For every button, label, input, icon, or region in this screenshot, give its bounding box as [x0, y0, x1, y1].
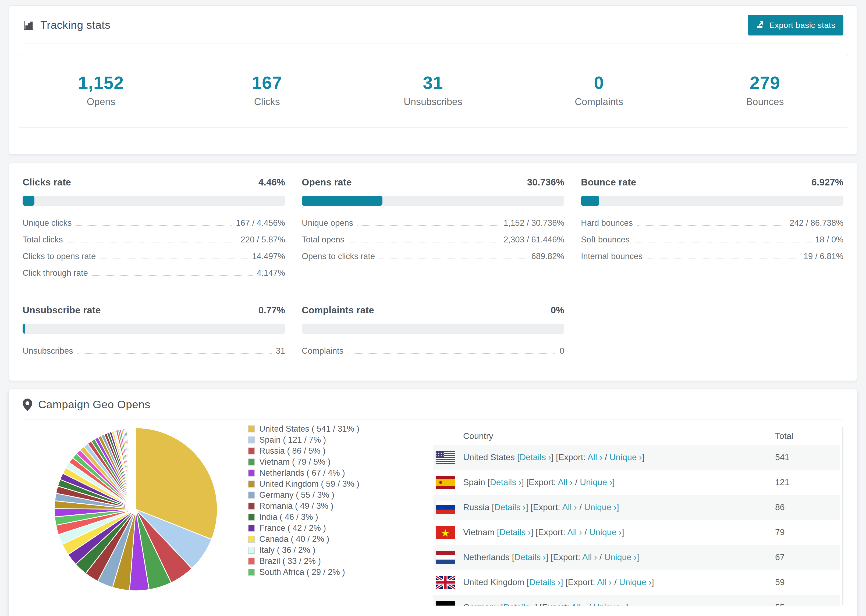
- export-all-link[interactable]: All ›: [597, 577, 612, 587]
- stat-label: Unsubscribes: [350, 96, 516, 107]
- rate-stat-row: Hard bounces242 / 86.738%: [581, 218, 843, 228]
- dotted-leader: [349, 242, 499, 242]
- export-basic-stats-button[interactable]: Export basic stats: [748, 15, 843, 36]
- rate-value: 6.927%: [811, 177, 843, 188]
- rate-stat-value: 242 / 86.738%: [790, 218, 843, 228]
- rate-progress-fill: [23, 324, 25, 334]
- table-row-nl: Netherlands [Details ›] [Export: All › /…: [433, 545, 840, 570]
- legend-item-united-states: United States ( 541 / 31% ): [248, 423, 388, 434]
- rate-stat-value: 14.497%: [252, 251, 285, 261]
- export-all-link[interactable]: All ›: [567, 527, 582, 537]
- legend-label: France ( 42 / 2% ): [259, 523, 326, 533]
- flag-icon-vn: [436, 526, 455, 539]
- legend-label: Canada ( 40 / 2% ): [259, 534, 329, 544]
- stats-summary-row: 1,152Opens167Clicks31Unsubscribes0Compla…: [18, 54, 848, 128]
- country-name: United Kingdom: [463, 577, 527, 587]
- rate-stat-label: Unique clicks: [23, 218, 72, 228]
- details-link[interactable]: Details ›: [520, 452, 551, 462]
- legend-swatch: [248, 470, 255, 476]
- rate-stat-label: Total clicks: [23, 235, 63, 245]
- legend-swatch: [248, 481, 255, 487]
- export-all-link[interactable]: All ›: [571, 602, 586, 606]
- dotted-leader: [100, 259, 248, 259]
- export-unique-link[interactable]: Unique ›: [619, 577, 652, 587]
- rate-stat-row: Total clicks220 / 5.87%: [23, 235, 285, 245]
- details-link[interactable]: Details ›: [490, 477, 521, 487]
- rate-title: Opens rate: [302, 177, 352, 188]
- dotted-leader: [357, 225, 499, 226]
- geo-table: Country Total United States [Details ›] …: [433, 427, 843, 606]
- rate-value: 30.736%: [527, 177, 564, 188]
- export-all-link[interactable]: All ›: [562, 502, 577, 512]
- total-cell: 55: [775, 602, 840, 606]
- country-cell: Spain [Details ›] [Export: All › / Uniqu…: [455, 477, 775, 487]
- stat-value: 31: [350, 72, 516, 93]
- dotted-leader: [634, 242, 811, 242]
- tracking-stats-header: Tracking stats Export basic stats: [9, 6, 857, 44]
- dotted-leader: [76, 225, 232, 226]
- geo-title: Campaign Geo Opens: [38, 398, 150, 411]
- export-unique-link[interactable]: Unique ›: [593, 602, 626, 606]
- stat-box-bounces: 279Bounces: [682, 54, 848, 127]
- details-link[interactable]: Details ›: [494, 502, 526, 512]
- total-cell: 79: [775, 527, 840, 537]
- legend-label: Netherlands ( 67 / 4% ): [259, 468, 345, 478]
- details-link[interactable]: Details ›: [514, 552, 546, 562]
- export-all-link[interactable]: All ›: [558, 477, 573, 487]
- export-all-link[interactable]: All ›: [587, 452, 602, 462]
- export-unique-link[interactable]: Unique ›: [589, 527, 622, 537]
- rate-block-unsubscribe: Unsubscribe rate0.77%Unsubscribes31: [23, 305, 285, 356]
- country-name: Russia: [463, 502, 492, 512]
- legend-swatch: [248, 503, 255, 509]
- legend-item-romania: Romania ( 49 / 3% ): [248, 500, 388, 511]
- flag-icon-es: [436, 476, 455, 489]
- details-link[interactable]: Details ›: [499, 527, 531, 537]
- rate-stat-row: Clicks to opens rate14.497%: [23, 251, 285, 261]
- rate-stat-value: 1,152 / 30.736%: [504, 218, 564, 228]
- export-unique-link[interactable]: Unique ›: [609, 452, 642, 462]
- rate-stat-label: Unique opens: [302, 218, 353, 228]
- pie-slice-68[interactable]: [135, 428, 136, 509]
- rate-progress-track: [302, 324, 564, 334]
- legend-label: Romania ( 49 / 3% ): [259, 501, 334, 511]
- stat-box-unsubscribes: 31Unsubscribes: [350, 54, 516, 127]
- rate-stat-label: Complaints: [302, 346, 343, 356]
- rate-stat-label: Internal bounces: [581, 251, 642, 261]
- stat-value: 1,152: [18, 72, 184, 93]
- legend-label: Germany ( 55 / 3% ): [259, 490, 334, 500]
- table-scrollbar[interactable]: [842, 427, 843, 605]
- export-unique-link[interactable]: Unique ›: [580, 477, 612, 487]
- rate-stat-row: Click through rate4.147%: [23, 268, 285, 278]
- bar-chart-icon: [23, 19, 35, 31]
- rate-title: Bounce rate: [581, 177, 636, 188]
- legend-label: South Africa ( 29 / 2% ): [259, 567, 345, 577]
- details-link[interactable]: Details ›: [529, 577, 561, 587]
- rate-progress-track: [302, 196, 564, 206]
- export-all-link[interactable]: All ›: [582, 552, 597, 562]
- rate-title: Unsubscribe rate: [23, 305, 101, 316]
- flag-icon-ru: [436, 501, 455, 514]
- flag-icon-de: [436, 601, 455, 606]
- page-title: Tracking stats: [40, 19, 110, 31]
- rate-progress-track: [581, 196, 843, 206]
- legend-label: Brazil ( 33 / 2% ): [259, 556, 321, 566]
- total-cell: 67: [775, 552, 840, 562]
- rate-header: Bounce rate6.927%: [581, 177, 843, 188]
- legend-item-spain: Spain ( 121 / 7% ): [248, 434, 388, 445]
- export-unique-link[interactable]: Unique ›: [604, 552, 637, 562]
- rate-stat-value: 4.147%: [257, 268, 285, 278]
- geo-table-rows: United States [Details ›] [Export: All ›…: [433, 445, 840, 606]
- dotted-leader: [77, 353, 272, 354]
- total-cell: 541: [775, 452, 840, 462]
- country-cell: United Kingdom [Details ›] [Export: All …: [455, 577, 775, 587]
- legend-label: Russia ( 86 / 5% ): [259, 446, 326, 456]
- details-link[interactable]: Details ›: [503, 602, 535, 606]
- legend-label: Italy ( 36 / 2% ): [259, 545, 315, 555]
- geo-pie-chart[interactable]: [52, 423, 219, 606]
- legend-swatch: [248, 437, 255, 443]
- rate-block-bounce: Bounce rate6.927%Hard bounces242 / 86.73…: [581, 177, 843, 278]
- rate-value: 0%: [551, 305, 564, 316]
- export-unique-link[interactable]: Unique ›: [584, 502, 617, 512]
- legend-item-france: France ( 42 / 2% ): [248, 522, 388, 533]
- legend-swatch: [248, 525, 255, 532]
